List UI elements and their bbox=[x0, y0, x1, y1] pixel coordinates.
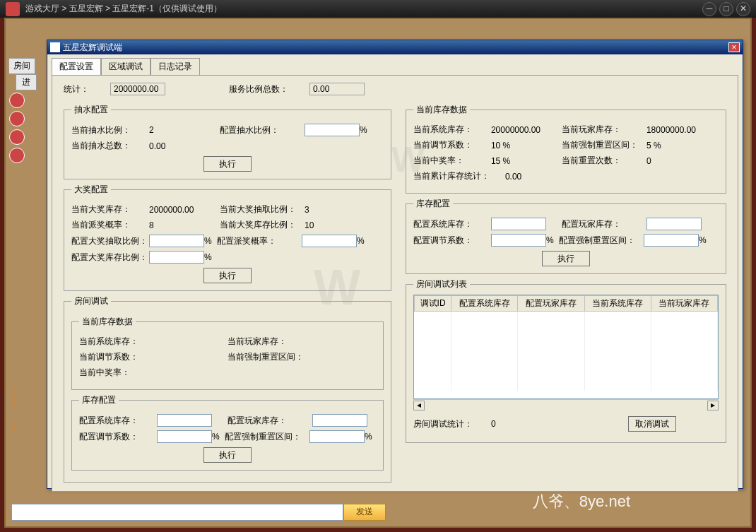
stat-label: 统计： bbox=[64, 83, 89, 95]
pct: % bbox=[360, 125, 367, 135]
table-row bbox=[414, 312, 717, 323]
drain-legend: 抽水配置 bbox=[71, 104, 111, 116]
rd-sys-l: 当前系统库存： bbox=[79, 336, 157, 348]
window-icon bbox=[50, 42, 60, 52]
cs-adj-v: 10 % bbox=[491, 141, 562, 150]
h-scrollbar[interactable]: ◂ ▸ bbox=[413, 399, 719, 410]
cs-win-v: 15 % bbox=[491, 156, 562, 166]
th-curplayer[interactable]: 当前玩家库存 bbox=[651, 296, 717, 312]
sc-player-l: 配置玩家库存： bbox=[562, 218, 646, 230]
cs-win-l: 当前中奖率： bbox=[413, 155, 491, 167]
stockcfg-exec-button[interactable]: 执行 bbox=[542, 251, 590, 266]
minimize-button[interactable]: ─ bbox=[702, 2, 716, 16]
curstock-legend: 当前库存数据 bbox=[413, 104, 470, 116]
prize-cfgsend-input[interactable] bbox=[302, 235, 357, 247]
drain-cur-ratio-l: 当前抽水比例： bbox=[71, 124, 149, 136]
prize-stock-l: 当前大奖库存： bbox=[71, 203, 149, 215]
cs-reset-v: 0 bbox=[646, 156, 651, 166]
prize-send-l: 当前派奖概率： bbox=[71, 219, 149, 231]
rd-adj-l: 当前调节系数： bbox=[79, 351, 157, 363]
svc-value: 0.00 bbox=[309, 83, 365, 95]
close-button[interactable]: ✕ bbox=[736, 2, 750, 16]
sc-adj-input[interactable] bbox=[491, 234, 546, 247]
scroll-left-icon[interactable]: ◂ bbox=[413, 401, 425, 410]
enter-button[interactable]: 进 bbox=[16, 74, 37, 90]
svc-label: 服务比例总数： bbox=[229, 83, 288, 95]
pct: % bbox=[365, 432, 372, 442]
th-id[interactable]: 调试ID bbox=[414, 296, 451, 312]
prize-draw-v: 3 bbox=[305, 205, 309, 215]
rd-cfgforce-input[interactable] bbox=[309, 430, 365, 443]
prize-send-v: 8 bbox=[149, 220, 220, 230]
prize-draw-l: 当前大奖抽取比例： bbox=[220, 203, 305, 215]
drain-fieldset: 抽水配置 当前抽水比例： 2 配置抽水比例： % 当前抽水总数： 0.00 bbox=[64, 104, 391, 179]
pct: % bbox=[546, 235, 559, 245]
pct: % bbox=[212, 432, 225, 442]
app-icon bbox=[6, 2, 20, 16]
roomdbg-cfg-fieldset: 库存配置 配置系统库存： 配置玩家库存： 配置调节系数： % bbox=[71, 394, 384, 471]
sc-player-input[interactable] bbox=[646, 218, 702, 230]
tab-config[interactable]: 配置设置 bbox=[52, 58, 101, 76]
tab-region[interactable]: 区域调试 bbox=[101, 58, 150, 76]
rd-force-l: 当前强制重置区间： bbox=[228, 351, 312, 363]
prize-exec-button[interactable]: 执行 bbox=[203, 268, 252, 283]
roomdbg-exec-button[interactable]: 执行 bbox=[203, 447, 252, 463]
rd-cfgplayer-l: 配置玩家库存： bbox=[228, 415, 312, 427]
rd-player-l: 当前玩家库存： bbox=[228, 336, 312, 348]
sc-adj-l: 配置调节系数： bbox=[413, 235, 491, 247]
curstock-fieldset: 当前库存数据 当前系统库存： 20000000.00 当前玩家库存： 18000… bbox=[406, 104, 726, 194]
th-cfgplayer[interactable]: 配置玩家库存 bbox=[518, 296, 584, 312]
rd-cfgsys-l: 配置系统库存： bbox=[79, 415, 157, 427]
sc-sys-input[interactable] bbox=[491, 218, 546, 230]
roomlist-stat-l: 房间调试统计： bbox=[413, 418, 491, 430]
debug-window: 五星宏辉调试端 × 配置设置 区域调试 日志记录 W W 统计： 2000000… bbox=[47, 40, 743, 489]
prize-stockr-v: 10 bbox=[305, 220, 314, 230]
cs-acc-l: 当前累计库存统计： bbox=[413, 170, 505, 182]
table-row bbox=[414, 323, 717, 334]
tab-log[interactable]: 日志记录 bbox=[150, 58, 200, 76]
rd-cfgplayer-input[interactable] bbox=[312, 414, 367, 427]
debug-titlebar: 五星宏辉调试端 × bbox=[47, 40, 743, 54]
player-strip bbox=[7, 90, 27, 166]
close-icon[interactable]: × bbox=[728, 42, 740, 52]
chat-input[interactable] bbox=[11, 504, 343, 521]
roomdbg-cfg-legend: 库存配置 bbox=[79, 394, 119, 406]
table-row bbox=[414, 379, 717, 391]
drain-exec-button[interactable]: 执行 bbox=[203, 156, 252, 172]
rd-cfgadj-l: 配置调节系数： bbox=[79, 431, 157, 443]
cs-adj-l: 当前调节系数： bbox=[413, 139, 491, 151]
cs-sys-l: 当前系统库存： bbox=[413, 124, 491, 136]
prize-cfgstock-l: 配置大奖库存比例： bbox=[71, 252, 149, 264]
drain-cfg-ratio-input[interactable] bbox=[305, 124, 360, 136]
scroll-right-icon[interactable]: ▸ bbox=[707, 401, 719, 410]
roomlist-table[interactable]: 调试ID 配置系统库存 配置玩家库存 当前系统库存 当前玩家库存 bbox=[413, 295, 719, 399]
avatar bbox=[9, 148, 25, 163]
cancel-debug-button[interactable]: 取消调试 bbox=[628, 416, 676, 432]
drain-cur-ratio-v: 2 bbox=[149, 125, 220, 135]
prize-cfgdraw-input[interactable] bbox=[149, 235, 204, 247]
drain-total-l: 当前抽水总数： bbox=[71, 140, 149, 152]
th-cursys[interactable]: 当前系统库存 bbox=[584, 296, 651, 312]
cs-player-v: 18000000.00 bbox=[646, 125, 696, 135]
stat-value: 2000000.00 bbox=[110, 83, 165, 95]
th-cfgsys[interactable]: 配置系统库存 bbox=[451, 296, 518, 312]
send-button[interactable]: 发送 bbox=[343, 504, 386, 521]
roomlist-fieldset: 房间调试列表 调试ID 配置系统库存 配置玩家库存 当前系统库存 当前玩家库存 bbox=[406, 278, 726, 443]
prize-cfgstock-input[interactable] bbox=[149, 251, 204, 264]
roomlist-stat-v: 0 bbox=[491, 419, 562, 429]
prize-stockr-l: 当前大奖库存比例： bbox=[220, 219, 305, 231]
maximize-button[interactable]: □ bbox=[719, 2, 733, 16]
prize-fieldset: 大奖配置 当前大奖库存： 2000000.00 当前大奖抽取比例： 3 当前派奖… bbox=[64, 184, 391, 291]
stockcfg-legend: 库存配置 bbox=[413, 198, 453, 210]
sc-force-input[interactable] bbox=[644, 234, 699, 247]
rd-cfgadj-input[interactable] bbox=[157, 430, 212, 443]
prize-legend: 大奖配置 bbox=[71, 184, 111, 196]
watermark: 八爷、8ye.net bbox=[533, 491, 630, 512]
room-tab[interactable]: 房间 bbox=[8, 58, 35, 74]
roomdbg-legend: 房间调试 bbox=[71, 295, 111, 307]
sc-sys-l: 配置系统库存： bbox=[413, 218, 491, 230]
rd-cfgsys-input[interactable] bbox=[157, 414, 212, 427]
pct: % bbox=[699, 235, 707, 245]
table-row bbox=[414, 345, 717, 357]
rd-win-l: 当前中奖率： bbox=[79, 367, 157, 379]
